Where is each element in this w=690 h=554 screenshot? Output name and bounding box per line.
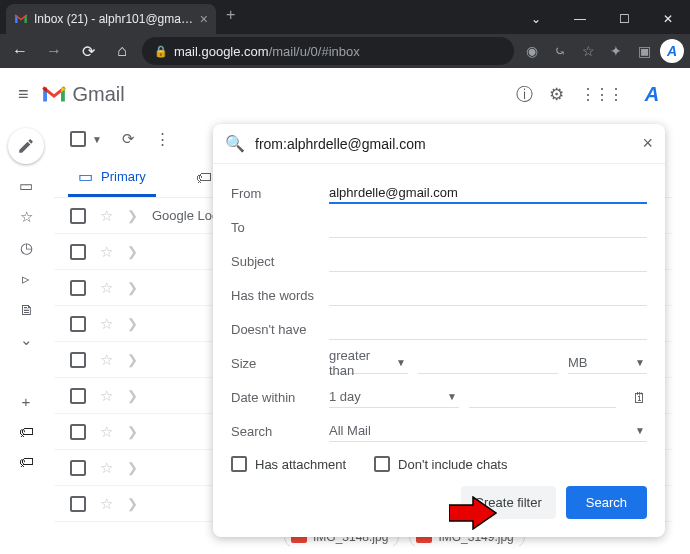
star-extension-icon[interactable]: ☆ xyxy=(576,39,600,63)
more-menu-icon[interactable]: ⋮ xyxy=(155,130,170,148)
searchin-label: Search xyxy=(231,424,319,439)
label-icon-2[interactable]: 🏷 xyxy=(19,453,34,470)
doesnthave-label: Doesn't have xyxy=(231,322,319,337)
row-checkbox[interactable] xyxy=(70,244,86,260)
star-icon[interactable]: ☆ xyxy=(100,315,113,333)
importance-icon[interactable]: ❯ xyxy=(127,280,138,295)
more-rail-icon[interactable]: ⌄ xyxy=(20,331,33,349)
account-avatar[interactable]: A xyxy=(638,80,666,108)
minimize-button[interactable]: — xyxy=(558,4,602,34)
importance-icon[interactable]: ❯ xyxy=(127,460,138,475)
tab-close-icon[interactable]: × xyxy=(200,11,208,27)
home-button[interactable]: ⌂ xyxy=(108,37,136,65)
row-checkbox[interactable] xyxy=(70,388,86,404)
tab-primary[interactable]: ▭ Primary xyxy=(68,158,156,197)
forward-button[interactable]: → xyxy=(40,37,68,65)
date-label: Date within xyxy=(231,390,319,405)
reload-button[interactable]: ⟳ xyxy=(74,37,102,65)
star-icon[interactable]: ☆ xyxy=(100,243,113,261)
importance-icon[interactable]: ❯ xyxy=(127,424,138,439)
importance-icon[interactable]: ❯ xyxy=(127,244,138,259)
select-dropdown-icon[interactable]: ▼ xyxy=(92,134,102,145)
date-range-select[interactable]: 1 day▼ xyxy=(329,386,459,408)
from-input[interactable]: alphrdelle@gmail.com xyxy=(329,182,647,204)
maximize-button[interactable]: ☐ xyxy=(602,4,646,34)
sent-rail-icon[interactable]: ▹ xyxy=(22,270,30,288)
searchin-select[interactable]: All Mail▼ xyxy=(329,420,647,442)
alphr-extension-icon[interactable]: A xyxy=(660,39,684,63)
chevron-down-icon: ▼ xyxy=(447,391,457,402)
size-value-input[interactable] xyxy=(418,352,558,374)
compose-button[interactable] xyxy=(8,128,44,164)
create-filter-button[interactable]: Create filter xyxy=(461,486,556,519)
size-unit-select[interactable]: MB▼ xyxy=(568,352,647,374)
doesnthave-input[interactable] xyxy=(329,318,647,340)
box-extension-icon[interactable]: ▣ xyxy=(632,39,656,63)
gmail-logo[interactable]: Gmail xyxy=(41,83,125,106)
close-window-button[interactable]: ✕ xyxy=(646,4,690,34)
star-icon[interactable]: ☆ xyxy=(100,351,113,369)
new-label-icon[interactable]: + xyxy=(22,393,31,410)
new-tab-button[interactable]: + xyxy=(216,6,245,24)
row-checkbox[interactable] xyxy=(70,280,86,296)
hamburger-menu-icon[interactable]: ≡ xyxy=(18,84,29,105)
refresh-icon[interactable]: ⟳ xyxy=(122,130,135,148)
chevron-down-icon: ▼ xyxy=(635,357,645,368)
importance-icon[interactable]: ❯ xyxy=(127,496,138,511)
haswords-input[interactable] xyxy=(329,284,647,306)
clear-search-icon[interactable]: × xyxy=(642,133,653,154)
to-input[interactable] xyxy=(329,216,647,238)
lock-icon: 🔒 xyxy=(154,45,168,58)
inbox-tab-icon: ▭ xyxy=(78,167,93,186)
puzzle-extension-icon[interactable]: ✦ xyxy=(604,39,628,63)
chevron-down-icon: ▼ xyxy=(635,425,645,436)
importance-icon[interactable]: ❯ xyxy=(127,352,138,367)
subject-input[interactable] xyxy=(329,250,647,272)
star-icon[interactable]: ☆ xyxy=(100,459,113,477)
star-icon[interactable]: ☆ xyxy=(100,207,113,225)
dont-include-chats-checkbox[interactable]: Don't include chats xyxy=(374,456,507,472)
row-checkbox[interactable] xyxy=(70,208,86,224)
size-op-select[interactable]: greater than▼ xyxy=(329,352,408,374)
haswords-label: Has the words xyxy=(231,288,319,303)
clock-rail-icon[interactable]: ◷ xyxy=(20,239,33,257)
share-extension-icon[interactable]: ⤿ xyxy=(548,39,572,63)
label-icon[interactable]: 🏷 xyxy=(19,423,34,440)
url-path: /mail/u/0/#inbox xyxy=(269,44,360,59)
back-button[interactable]: ← xyxy=(6,37,34,65)
gmail-logo-icon xyxy=(41,84,67,104)
browser-tab[interactable]: Inbox (21) - alphr101@gmail.com × xyxy=(6,4,216,34)
star-icon[interactable]: ☆ xyxy=(100,279,113,297)
has-attachment-checkbox[interactable]: Has attachment xyxy=(231,456,346,472)
search-icon[interactable]: 🔍 xyxy=(225,134,245,153)
inbox-rail-icon[interactable]: ▭ xyxy=(19,177,33,195)
calendar-icon[interactable]: 🗓 xyxy=(632,389,647,406)
chevron-down-icon: ▼ xyxy=(396,357,406,368)
search-button[interactable]: Search xyxy=(566,486,647,519)
draft-rail-icon[interactable]: 🗎 xyxy=(19,301,34,318)
row-checkbox[interactable] xyxy=(70,424,86,440)
star-rail-icon[interactable]: ☆ xyxy=(20,208,33,226)
search-query-text[interactable]: from:alphrdelle@gmail.com xyxy=(255,136,632,152)
importance-icon[interactable]: ❯ xyxy=(127,208,138,223)
row-checkbox[interactable] xyxy=(70,496,86,512)
date-input[interactable] xyxy=(469,386,616,408)
help-icon[interactable]: ⓘ xyxy=(516,83,533,106)
star-icon[interactable]: ☆ xyxy=(100,423,113,441)
chevron-down-window-icon[interactable]: ⌄ xyxy=(514,4,558,34)
star-icon[interactable]: ☆ xyxy=(100,387,113,405)
row-checkbox[interactable] xyxy=(70,316,86,332)
eye-extension-icon[interactable]: ◉ xyxy=(520,39,544,63)
row-checkbox[interactable] xyxy=(70,352,86,368)
pencil-icon xyxy=(17,137,35,155)
tag-tab-icon: 🏷 xyxy=(196,169,212,187)
row-checkbox[interactable] xyxy=(70,460,86,476)
settings-gear-icon[interactable]: ⚙ xyxy=(549,84,564,105)
select-all-checkbox[interactable] xyxy=(70,131,86,147)
importance-icon[interactable]: ❯ xyxy=(127,316,138,331)
star-icon[interactable]: ☆ xyxy=(100,495,113,513)
url-host: mail.google.com xyxy=(174,44,269,59)
apps-grid-icon[interactable]: ⋮⋮⋮ xyxy=(580,85,622,104)
importance-icon[interactable]: ❯ xyxy=(127,388,138,403)
address-bar[interactable]: 🔒 mail.google.com/mail/u/0/#inbox xyxy=(142,37,514,65)
